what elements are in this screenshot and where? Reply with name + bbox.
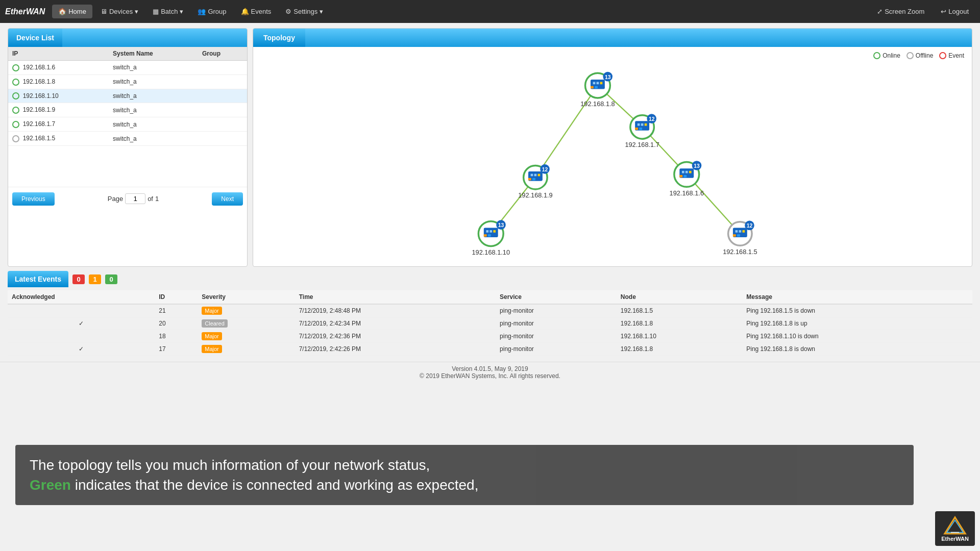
topology-node[interactable]: 13192.168.1.6 (670, 161, 704, 196)
svg-rect-50 (733, 234, 736, 237)
list-item[interactable]: 18 Major 7/12/2019, 2:42:36 PM ping-moni… (8, 330, 972, 343)
batch-icon: ▦ (153, 8, 159, 15)
svg-rect-20 (531, 174, 533, 177)
events-section: Latest Events 0 1 0 Acknowledged ID Seve… (0, 267, 980, 360)
svg-rect-49 (743, 230, 745, 233)
svg-rect-6 (595, 86, 598, 89)
cell-node: 192.168.1.8 (617, 317, 742, 330)
prev-button[interactable]: Previous (12, 192, 55, 206)
chevron-down-icon: ▾ (180, 8, 183, 15)
svg-rect-22 (538, 174, 541, 177)
table-row[interactable]: 192.168.1.7 switch_a (8, 117, 247, 132)
cell-ip: 192.168.1.8 (8, 74, 109, 89)
topology-node[interactable]: 12192.168.1.9 (518, 164, 552, 199)
svg-rect-38 (486, 230, 488, 233)
online-legend-label: Online (883, 52, 900, 59)
nav-group[interactable]: 👥 Group (191, 5, 232, 18)
svg-rect-11 (638, 123, 640, 126)
svg-rect-2 (593, 82, 596, 85)
nav-events[interactable]: 🔔 Events (235, 5, 278, 18)
events-icon: 🔔 (241, 8, 249, 15)
svg-rect-40 (493, 230, 496, 233)
svg-rect-42 (488, 234, 491, 237)
table-row[interactable]: 192.168.1.8 switch_a (8, 74, 247, 89)
list-item[interactable]: 21 Major 7/12/2019, 2:48:48 PM ping-moni… (8, 304, 972, 317)
status-dot (12, 64, 19, 71)
cell-group (198, 103, 247, 117)
svg-text:12: 12 (649, 116, 655, 122)
svg-rect-41 (484, 234, 487, 237)
status-dot (12, 135, 19, 142)
cell-time: 7/12/2019, 2:48:48 PM (295, 304, 496, 317)
list-item[interactable]: ✓ 20 Cleared 7/12/2019, 2:42:34 PM ping-… (8, 317, 972, 330)
cell-time: 7/12/2019, 2:42:26 PM (295, 343, 496, 356)
next-button[interactable]: Next (212, 192, 243, 206)
page-label: Page (108, 195, 123, 203)
cell-ip: 192.168.1.10 (8, 89, 109, 103)
svg-rect-30 (685, 171, 688, 173)
device-table-body: 192.168.1.6 switch_a 192.168.1.8 switch_… (8, 61, 247, 146)
svg-rect-13 (645, 123, 647, 126)
col-ip: IP (8, 47, 109, 61)
cell-group (198, 132, 247, 146)
nav-right: ⤢ Screen Zoom ↩ Logout (871, 5, 975, 18)
col-group: Group (198, 47, 247, 61)
topology-svg: 13192.168.1.812192.168.1.712192.168.1.91… (253, 47, 972, 266)
list-item[interactable]: ✓ 17 Major 7/12/2019, 2:42:26 PM ping-mo… (8, 343, 972, 356)
nav-home[interactable]: 🏠 Home (52, 5, 92, 18)
topology-edge (535, 86, 598, 178)
home-icon: 🏠 (58, 8, 66, 15)
node-label: 192.168.1.9 (518, 191, 552, 199)
svg-text:13: 13 (694, 163, 700, 169)
col-message: Message (742, 290, 972, 304)
topology-node[interactable]: 12192.168.1.7 (625, 114, 659, 148)
table-row[interactable]: 192.168.1.9 switch_a (8, 103, 247, 117)
events-title: Latest Events (8, 271, 68, 287)
cell-id: 18 (155, 330, 198, 343)
nav-settings[interactable]: ⚙ Settings ▾ (279, 5, 329, 18)
status-dot (12, 92, 19, 99)
table-row[interactable]: 192.168.1.6 switch_a (8, 61, 247, 75)
cell-ip: 192.168.1.9 (8, 103, 109, 117)
cell-service: ping-monitor (496, 317, 617, 330)
node-label: 192.168.1.7 (625, 141, 659, 148)
svg-rect-23 (528, 178, 531, 181)
brand-logo: EtherWAN (5, 7, 45, 16)
cell-service: ping-monitor (496, 343, 617, 356)
cell-node: 192.168.1.5 (617, 304, 742, 317)
total-pages: 1 (155, 195, 159, 203)
cell-service: ping-monitor (496, 304, 617, 317)
events-header-row: Acknowledged ID Severity Time Service No… (8, 290, 972, 304)
topology-edges (491, 86, 740, 234)
col-node: Node (617, 290, 742, 304)
svg-rect-51 (737, 234, 740, 237)
device-list-title: Device List (8, 29, 62, 47)
logout-button[interactable]: ↩ Logout (935, 5, 975, 18)
topology-node[interactable]: 12192.168.1.5 (723, 221, 757, 256)
topology-body: Online Offline Event 13192.168.1.812192.… (253, 47, 972, 266)
cell-acknowledged (8, 304, 155, 317)
version-text: Version 4.01.5, May 9, 2019 (3, 365, 977, 372)
screen-zoom-button[interactable]: ⤢ Screen Zoom (871, 5, 930, 18)
events-table: Acknowledged ID Severity Time Service No… (8, 290, 972, 356)
device-list-spacer (8, 146, 247, 187)
badge-green: 0 (105, 274, 117, 284)
nav-devices[interactable]: 🖥 Devices ▾ (94, 5, 144, 18)
cell-acknowledged (8, 330, 155, 343)
table-row[interactable]: 192.168.1.10 switch_a (8, 89, 247, 103)
cell-message: Ping 192.168.1.8 is up (742, 317, 972, 330)
cell-time: 7/12/2019, 2:42:36 PM (295, 330, 496, 343)
topology-node[interactable]: 13192.168.1.10 (472, 220, 510, 256)
col-id: ID (155, 290, 198, 304)
event-legend-circle (939, 52, 946, 59)
topology-node[interactable]: 13192.168.1.8 (580, 72, 615, 108)
table-row[interactable]: 192.168.1.5 switch_a (8, 132, 247, 146)
badge-orange: 1 (89, 274, 101, 284)
nav-batch[interactable]: ▦ Batch ▾ (146, 5, 189, 18)
group-icon: 👥 (198, 8, 206, 15)
page-number-input[interactable] (125, 193, 145, 204)
cell-system-name: switch_a (109, 103, 198, 117)
svg-rect-29 (682, 171, 684, 173)
zoom-icon: ⤢ (877, 8, 883, 15)
cell-node: 192.168.1.10 (617, 330, 742, 343)
